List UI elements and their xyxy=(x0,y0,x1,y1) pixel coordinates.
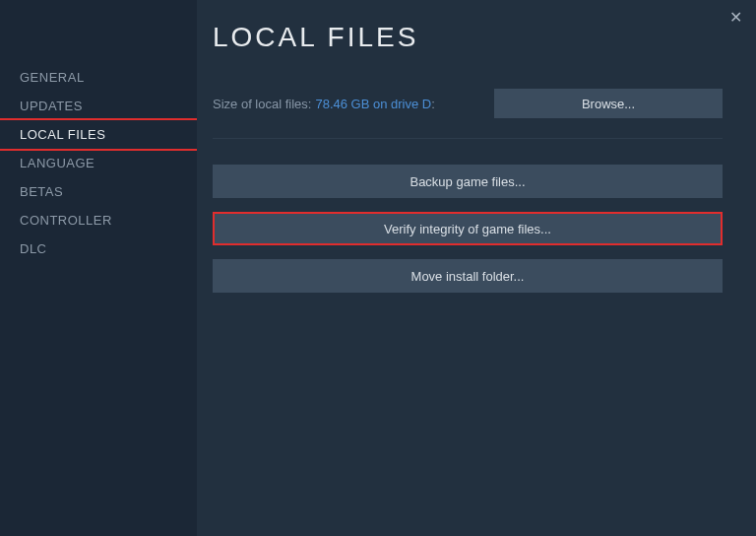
size-colon: : xyxy=(431,97,435,111)
size-label: Size of local files: xyxy=(213,97,311,111)
page-title: LOCAL FILES xyxy=(213,22,723,53)
browse-button[interactable]: Browse... xyxy=(494,89,723,118)
sidebar-item-dlc[interactable]: DLC xyxy=(0,234,197,263)
verify-button[interactable]: Verify integrity of game files... xyxy=(213,212,723,245)
backup-button[interactable]: Backup game files... xyxy=(213,165,723,198)
size-value: 78.46 GB on drive D xyxy=(315,97,431,111)
divider xyxy=(213,138,723,139)
sidebar-item-controller[interactable]: CONTROLLER xyxy=(0,206,197,234)
sidebar-item-language[interactable]: LANGUAGE xyxy=(0,149,197,177)
sidebar: GENERAL UPDATES LOCAL FILES LANGUAGE BET… xyxy=(0,0,197,536)
sidebar-item-general[interactable]: GENERAL xyxy=(0,63,197,92)
close-icon[interactable]: ✕ xyxy=(729,10,742,26)
sidebar-item-updates[interactable]: UPDATES xyxy=(0,92,197,120)
move-button[interactable]: Move install folder... xyxy=(213,259,723,293)
sidebar-item-betas[interactable]: BETAS xyxy=(0,177,197,206)
main-panel: ✕ LOCAL FILES Size of local files: 78.46… xyxy=(197,0,756,536)
size-row: Size of local files: 78.46 GB on drive D… xyxy=(213,89,723,118)
sidebar-item-local-files[interactable]: LOCAL FILES xyxy=(0,118,199,151)
